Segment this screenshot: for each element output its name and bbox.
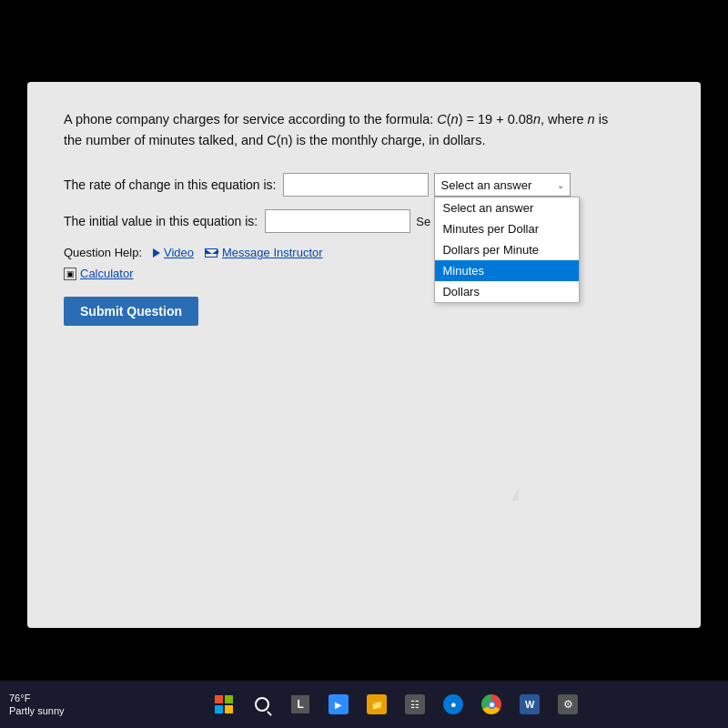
message-instructor-link[interactable]: Message Instructor: [205, 246, 323, 259]
browser-button[interactable]: ●: [440, 692, 466, 717]
search-button[interactable]: [249, 692, 275, 717]
play-icon: [153, 248, 161, 258]
initial-label: The initial value in this equation is:: [64, 214, 258, 228]
calculator-label: Calculator: [80, 267, 134, 280]
calculator-icon: ▣: [64, 268, 76, 280]
problem-line-1: A phone company charges for service acco…: [64, 112, 608, 126]
word-icon: W: [520, 694, 540, 714]
video-link[interactable]: Video: [153, 246, 194, 259]
mouse-cursor: [511, 488, 519, 500]
chrome-icon: [481, 694, 501, 714]
se-prefix-text: Se: [416, 215, 430, 228]
black-bottom-bar: [0, 628, 728, 681]
message-link-label: Message Instructor: [222, 246, 323, 259]
rate-input[interactable]: [283, 173, 429, 197]
weather-desc: Partly sunny: [9, 704, 65, 717]
problem-text: A phone company charges for service acco…: [64, 109, 664, 151]
submit-label: Submit Question: [80, 304, 182, 318]
file-manager-button[interactable]: L: [288, 692, 313, 717]
rate-select-wrapper: Select an answer ⌄ Select an answer Minu…: [434, 173, 571, 197]
dropdown-item-dollars-per-minute[interactable]: Dollars per Minute: [435, 239, 579, 260]
chevron-down-icon: ⌄: [557, 180, 564, 190]
initial-input[interactable]: [265, 209, 410, 233]
windows-start-button[interactable]: [211, 692, 237, 717]
mail-icon: [205, 248, 217, 258]
browser-icon: ●: [443, 694, 463, 714]
rate-select-button[interactable]: Select an answer ⌄: [434, 173, 571, 197]
zoom-icon: ▶: [329, 694, 349, 714]
submit-button[interactable]: Submit Question: [64, 297, 198, 326]
search-icon: [255, 697, 269, 712]
gear-icon: ⚙: [558, 694, 578, 714]
rate-dropdown-menu: Select an answer Minutes per Dollar Doll…: [434, 197, 580, 303]
chrome-button[interactable]: [479, 692, 504, 717]
settings-icon: ☷: [405, 694, 425, 714]
dropdown-item-select[interactable]: Select an answer: [435, 197, 579, 218]
question-help-label: Question Help:: [64, 246, 142, 259]
rate-of-change-row: The rate of change in this equation is: …: [64, 173, 664, 197]
system-settings-button[interactable]: ⚙: [555, 692, 581, 717]
file-manager-icon: L: [291, 695, 309, 713]
taskbar-center: L ▶ 📁 ☷ ●: [74, 692, 719, 717]
problem-line-2: the number of minutes talked, and C(n) i…: [64, 133, 485, 147]
video-link-label: Video: [164, 246, 194, 259]
dropdown-item-dollars[interactable]: Dollars: [435, 281, 579, 302]
zoom-button[interactable]: ▶: [326, 692, 351, 717]
settings-button[interactable]: ☷: [402, 692, 428, 717]
file-explorer-icon: 📁: [367, 694, 387, 714]
weather-temp: 76°F: [9, 692, 65, 704]
windows-logo-icon: [215, 695, 233, 713]
dropdown-item-minutes[interactable]: Minutes: [435, 260, 579, 281]
play-triangle-icon: [153, 248, 160, 258]
file-explorer-button[interactable]: 📁: [364, 692, 389, 717]
black-top-bar: [0, 0, 728, 82]
calculator-link[interactable]: Calculator: [80, 267, 134, 280]
taskbar: 76°F Partly sunny L ▶: [0, 681, 728, 728]
word-button[interactable]: W: [517, 692, 542, 717]
dropdown-item-minutes-per-dollar[interactable]: Minutes per Dollar: [435, 218, 579, 239]
rate-select-label: Select an answer: [440, 178, 531, 192]
weather-info: 76°F Partly sunny: [9, 692, 65, 718]
rate-label: The rate of change in this equation is:: [64, 177, 276, 192]
main-screen: A phone company charges for service acco…: [27, 82, 701, 628]
